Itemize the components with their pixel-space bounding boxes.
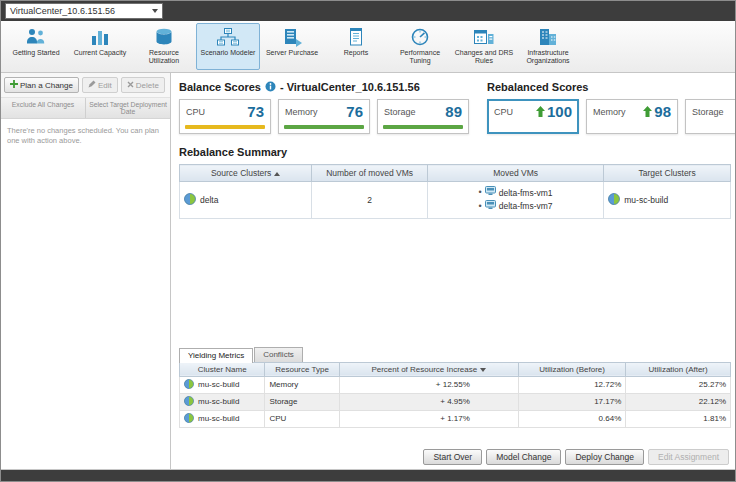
balance-scores-title: Balance Scores [179,81,261,93]
column-header-target-clusters[interactable]: Target Clusters [604,165,731,182]
cluster-icon [184,379,194,391]
resource-type-cell: CPU [265,410,339,427]
edit-label: Edit [98,81,112,90]
metrics-header-row: Cluster Name Resource Type Percent of Re… [180,362,731,376]
score-value: 98 [654,103,671,120]
rebalanced-score-card-cpu[interactable]: CPU 100 [487,99,579,134]
toolbar-item-resource-utilization[interactable]: Resource Utilization [132,23,196,70]
exclude-all-changes-button[interactable]: Exclude All Changes [1,98,86,118]
toolbar-item-label: Changes and DRS Rules [453,49,515,66]
toolbar-item-scenario-modeler[interactable]: Scenario Modeler [196,23,260,70]
moved-vm-item: delta-fms-vm7 [479,200,553,214]
summary-table-row[interactable]: delta 2 delta-fms-vm1 [180,182,731,219]
server-purchase-icon [280,27,304,47]
top-bar: VirtualCenter_10.6.151.56 [1,1,735,21]
column-header-utilization-after[interactable]: Utilization (After) [626,362,731,376]
app-window: VirtualCenter_10.6.151.56 Getting Starte… [0,0,736,482]
getting-started-icon [24,27,48,47]
metrics-tabs: Yielding Metrics Conflicts [179,347,731,362]
toolbar-item-current-capacity[interactable]: Current Capacity [68,23,132,70]
column-header-utilization-before[interactable]: Utilization (Before) [518,362,625,376]
summary-header-row: Source Clusters Number of moved VMs Move… [180,165,731,182]
rebalanced-score-card-storage[interactable]: Storage 91 [685,99,735,134]
score-value: 73 [247,103,264,120]
delete-label: Delete [136,81,159,90]
scenario-modeler-panel: Balance Scores - VirtualCenter_10.6.151.… [171,73,735,469]
select-target-deployment-date-button[interactable]: Select Target Deployment Date [86,98,170,118]
column-header-percent-increase[interactable]: Percent of Resource Increase [339,362,518,376]
delete-x-icon [127,81,134,90]
utilization-after-cell: 1.81% [626,410,731,427]
changes-sidebar: Plan a Change Edit Delete Exclude All Ch… [1,73,171,469]
rebalance-summary-title: Rebalance Summary [179,146,731,158]
column-header-resource-type[interactable]: Resource Type [265,362,339,376]
vm-icon [485,200,496,214]
model-change-button[interactable]: Model Change [486,449,561,465]
column-header-moved-vms[interactable]: Moved VMs [427,165,603,182]
edit-button[interactable]: Edit [82,77,118,93]
toolbar-item-performance-tuning[interactable]: Performance Tuning [388,23,452,70]
tab-conflicts[interactable]: Conflicts [254,347,303,362]
cluster-icon [184,413,194,425]
score-value: 89 [445,103,462,120]
toolbar-item-label: Current Capacity [74,49,127,57]
rebalance-summary-table: Source Clusters Number of moved VMs Move… [179,164,731,219]
dropdown-caret-icon [152,9,158,13]
tab-yielding-metrics[interactable]: Yielding Metrics [179,348,253,363]
cluster-icon [184,193,196,207]
percent-increase-cell: + 4.95% [339,393,518,410]
footer-actions: Start Over Model Change Deploy Change Ed… [179,449,731,469]
vm-icon [485,186,496,200]
score-label: Storage [384,107,416,117]
plan-a-change-button[interactable]: Plan a Change [4,77,79,93]
utilization-before-cell: 0.64% [518,410,625,427]
score-label: CPU [494,107,513,117]
virtualcenter-dropdown[interactable]: VirtualCenter_10.6.151.56 [5,3,163,19]
balance-score-card-storage: Storage 89 [377,99,469,134]
spacer [179,428,731,450]
performance-tuning-icon [408,27,432,47]
cluster-icon [184,396,194,408]
sidebar-toggle-bar: Exclude All Changes Select Target Deploy… [1,98,170,119]
toolbar-item-label: Getting Started [12,49,59,57]
utilization-before-cell: 17.17% [518,393,625,410]
delete-button[interactable]: Delete [121,77,165,93]
reports-icon [344,27,368,47]
rebalanced-score-card-memory[interactable]: Memory 98 [586,99,678,134]
infrastructure-organizations-icon [536,27,560,47]
yielding-metrics-section: Yielding Metrics Conflicts Cluster Name … [179,347,731,428]
column-header-moved-vm-count[interactable]: Number of moved VMs [312,165,428,182]
score-value: 100 [547,103,572,120]
deploy-change-button[interactable]: Deploy Change [565,449,644,465]
edit-assignment-button[interactable]: Edit Assignment [648,449,729,465]
moved-vm-item: delta-fms-vm1 [479,186,553,200]
utilization-before-cell: 12.72% [518,376,625,393]
yielding-metrics-table: Cluster Name Resource Type Percent of Re… [179,362,731,428]
column-header-cluster-name[interactable]: Cluster Name [180,362,265,376]
toolbar-item-infrastructure-organizations[interactable]: Infrastructure Organizations [516,23,580,70]
balance-score-card-memory: Memory 76 [278,99,370,134]
toolbar-item-label: Server Purchase [266,49,318,57]
score-bar [383,125,463,129]
plus-icon [10,80,18,90]
score-label: Memory [593,107,626,117]
toolbar-item-getting-started[interactable]: Getting Started [4,23,68,70]
utilization-after-cell: 22.12% [626,393,731,410]
score-label: Storage [692,107,724,117]
toolbar-item-label: Reports [344,49,369,57]
metrics-table-row[interactable]: mu-sc-build Memory + 12.55% 12.72% 25.27… [180,376,731,393]
toolbar-item-reports[interactable]: Reports [324,23,388,70]
metrics-table-row[interactable]: mu-sc-build Storage + 4.95% 17.17% 22.12… [180,393,731,410]
column-header-source-clusters[interactable]: Source Clusters [180,165,312,182]
start-over-button[interactable]: Start Over [423,449,482,465]
toolbar-item-changes-drs-rules[interactable]: Changes and DRS Rules [452,23,516,70]
source-cluster-cell: delta [180,182,312,219]
score-label: CPU [186,107,205,117]
balance-scores-target: - VirtualCenter_10.6.151.56 [280,81,420,93]
sort-ascending-icon [274,172,280,176]
arrow-up-icon [536,103,545,120]
toolbar-item-server-purchase[interactable]: Server Purchase [260,23,324,70]
metrics-table-row[interactable]: mu-sc-build CPU + 1.17% 0.64% 1.81% [180,410,731,427]
score-value: 76 [346,103,363,120]
info-icon[interactable] [265,81,276,94]
